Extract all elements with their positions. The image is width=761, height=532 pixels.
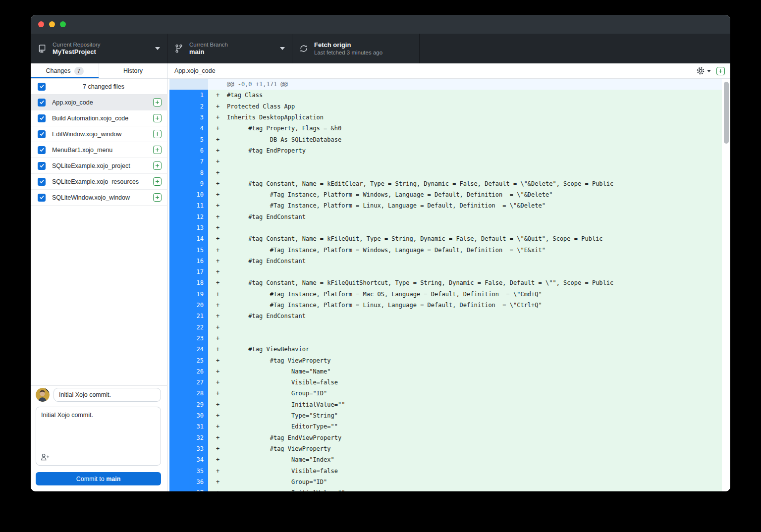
zoom-window-button[interactable]	[60, 21, 66, 27]
diff-line[interactable]: 18 + #tag Constant, Name = kFileQuitShor…	[167, 277, 722, 288]
diff-line[interactable]: 37 + InitialValue=""	[167, 487, 722, 491]
expand-diff-button[interactable]	[716, 67, 725, 75]
file-row[interactable]: Build Automation.xojo_code	[31, 110, 167, 126]
diff-marker: +	[216, 302, 227, 309]
diff-line[interactable]: 32 + #tag EndViewProperty	[167, 432, 722, 443]
diff-line[interactable]: 26 + Name="Name"	[167, 366, 722, 377]
diff-marker: +	[216, 136, 227, 143]
ignore-add-icon[interactable]	[153, 146, 162, 154]
diff-line[interactable]: 6 + #tag EndProperty	[167, 145, 722, 156]
new-line-number: 14	[189, 233, 208, 244]
diff-line[interactable]: 8 +	[167, 167, 722, 178]
diff-line[interactable]: 5 + DB As SQLiteDatabase	[167, 134, 722, 145]
diff-line[interactable]: 19 + #Tag Instance, Platform = Mac OS, L…	[167, 289, 722, 300]
file-checkbox[interactable]	[38, 162, 46, 170]
diff-marker: +	[216, 258, 227, 265]
diff-line[interactable]: 21 + #tag EndConstant	[167, 311, 722, 321]
diff-marker: +	[216, 368, 227, 375]
diff-line[interactable]: 31 + EditorType=""	[167, 421, 722, 432]
diff-line[interactable]: 27 + Visible=false	[167, 377, 722, 388]
hunk-header[interactable]: @@ -0,0 +1,171 @@	[167, 79, 722, 90]
diff-line[interactable]: 10 + #Tag Instance, Platform = Windows, …	[167, 189, 722, 200]
diff-line-text: #tag Constant, Name = kFileQuitShortcut,…	[227, 279, 613, 286]
diff-line[interactable]: 35 + Visible=false	[167, 465, 722, 476]
diff-marker: +	[216, 423, 227, 430]
diff-marker: +	[216, 479, 227, 485]
diff-line[interactable]: 13 +	[167, 222, 722, 233]
diff-line[interactable]: 2 +Protected Class App	[167, 101, 722, 112]
tab-history[interactable]: History	[99, 63, 167, 78]
diff-line[interactable]: 36 + Group="ID"	[167, 477, 722, 487]
add-coauthor-icon[interactable]	[41, 453, 50, 461]
file-checkbox[interactable]	[38, 146, 46, 154]
diff-line[interactable]: 3 +Inherits DesktopApplication	[167, 112, 722, 123]
changes-count-badge: 7	[74, 67, 84, 75]
file-row[interactable]: EditWindow.xojo_window	[31, 126, 167, 142]
new-line-number: 7	[189, 156, 208, 167]
avatar	[36, 388, 50, 402]
diff-line[interactable]: 28 + Group="ID"	[167, 388, 722, 399]
scrollbar-thumb[interactable]	[724, 82, 729, 144]
diff-line[interactable]: 23 +	[167, 333, 722, 344]
diff-line[interactable]: 15 + #Tag Instance, Platform = Windows, …	[167, 244, 722, 255]
traffic-lights	[38, 21, 66, 27]
file-checkbox[interactable]	[38, 178, 46, 186]
file-checkbox[interactable]	[38, 99, 46, 106]
diff-line[interactable]: 1 +#tag Class	[167, 90, 722, 101]
diff-line[interactable]: 30 + Type="String"	[167, 410, 722, 421]
ignore-add-icon[interactable]	[153, 130, 162, 138]
diff-line[interactable]: 25 + #tag ViewProperty	[167, 355, 722, 366]
commit-button[interactable]: Commit to main	[36, 472, 161, 485]
old-line-number	[169, 377, 189, 388]
diff-line-text: #tag ViewProperty	[227, 357, 331, 364]
diff-line[interactable]: 20 + #Tag Instance, Platform = Linux, La…	[167, 300, 722, 311]
current-branch-dropdown[interactable]: Current Branch main	[167, 34, 292, 63]
titlebar[interactable]	[31, 15, 730, 34]
tab-changes[interactable]: Changes 7	[31, 63, 99, 78]
ignore-add-icon[interactable]	[153, 98, 162, 106]
file-row[interactable]: MenuBar1.xojo_menu	[31, 142, 167, 158]
file-row[interactable]: SQLiteExample.xojo_resources	[31, 174, 167, 190]
diff-line[interactable]: 11 + #Tag Instance, Platform = Linux, La…	[167, 200, 722, 211]
current-repository-dropdown[interactable]: Current Repository MyTestProject	[31, 34, 167, 63]
diff-line[interactable]: 34 + Name="Index"	[167, 454, 722, 465]
close-window-button[interactable]	[38, 21, 44, 27]
diff-line[interactable]: 33 + #tag ViewProperty	[167, 443, 722, 454]
diff-marker: +	[216, 125, 227, 132]
fetch-origin-button[interactable]: Fetch origin Last fetched 3 minutes ago	[292, 34, 420, 63]
file-row[interactable]: SQLiteExample.xojo_project	[31, 158, 167, 174]
new-line-number: 9	[189, 178, 208, 189]
diff-line[interactable]: 29 + InitialValue=""	[167, 399, 722, 410]
commit-description-input[interactable]: Initial Xojo commit.	[36, 407, 161, 466]
file-checkbox[interactable]	[38, 194, 46, 202]
file-checkbox[interactable]	[38, 114, 46, 122]
diff-line[interactable]: 4 + #tag Property, Flags = &h0	[167, 123, 722, 134]
file-row[interactable]: SQLiteWindow.xojo_window	[31, 190, 167, 206]
file-row[interactable]: App.xojo_code	[31, 95, 167, 110]
diff-options-button[interactable]	[696, 66, 711, 75]
diff-line[interactable]: 9 + #tag Constant, Name = kEditClear, Ty…	[167, 178, 722, 189]
new-line-number: 12	[189, 212, 208, 222]
diff-line[interactable]: 24 + #tag ViewBehavior	[167, 344, 722, 355]
ignore-add-icon[interactable]	[153, 114, 162, 122]
diff-line[interactable]: 16 + #tag EndConstant	[167, 256, 722, 266]
plus-icon	[155, 179, 160, 184]
ignore-add-icon[interactable]	[153, 161, 162, 170]
new-line-number: 30	[189, 410, 208, 421]
old-line-number	[169, 443, 189, 454]
diff-line-text: #tag Property, Flags = &h0	[227, 125, 341, 132]
new-line-number: 3	[189, 112, 208, 123]
commit-summary-input[interactable]	[54, 388, 161, 402]
ignore-add-icon[interactable]	[153, 177, 162, 186]
file-checkbox[interactable]	[38, 130, 46, 138]
diff-line[interactable]: 7 +	[167, 156, 722, 167]
diff-line[interactable]: 22 +	[167, 322, 722, 333]
ignore-add-icon[interactable]	[153, 193, 162, 202]
old-line-number	[169, 200, 189, 211]
diff-line[interactable]: 14 + #tag Constant, Name = kFileQuit, Ty…	[167, 233, 722, 244]
diff-line[interactable]: 17 +	[167, 266, 722, 277]
select-all-checkbox[interactable]	[38, 83, 46, 91]
diff-line[interactable]: 12 + #tag EndConstant	[167, 212, 722, 222]
minimize-window-button[interactable]	[49, 21, 55, 27]
diff-marker: +	[216, 224, 227, 231]
